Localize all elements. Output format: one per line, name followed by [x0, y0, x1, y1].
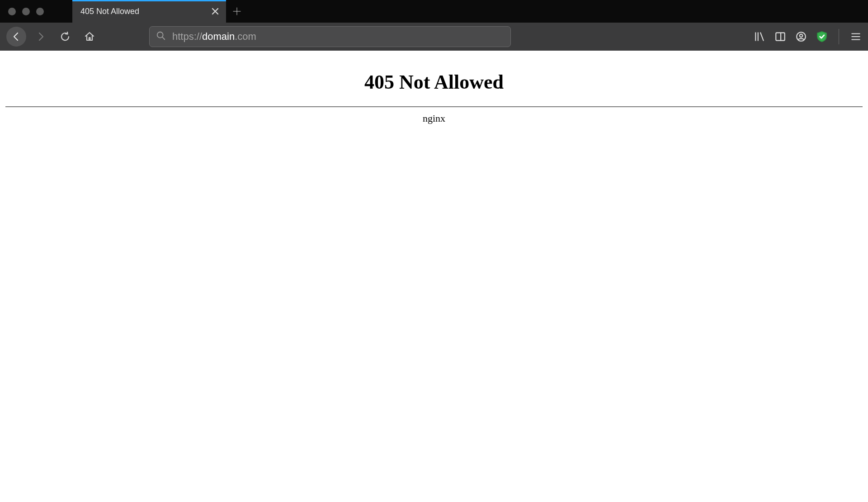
window-minimize-dot[interactable]	[22, 8, 30, 15]
reload-button[interactable]	[55, 27, 75, 47]
svg-point-4	[800, 34, 803, 38]
toolbar-right	[754, 29, 862, 44]
library-icon[interactable]	[754, 31, 765, 43]
address-bar[interactable]: https://domain.com	[149, 26, 511, 47]
browser-tab[interactable]: 405 Not Allowed	[72, 0, 226, 23]
toolbar-divider	[839, 29, 839, 44]
account-icon[interactable]	[795, 31, 807, 43]
url-protocol: https://	[172, 31, 202, 42]
window-close-dot[interactable]	[8, 8, 16, 15]
window-controls	[0, 0, 72, 23]
new-tab-button[interactable]	[226, 0, 248, 23]
menu-icon[interactable]	[850, 31, 862, 43]
home-button[interactable]	[80, 27, 99, 47]
search-icon	[156, 31, 166, 43]
server-name: nginx	[5, 113, 863, 124]
tab-title: 405 Not Allowed	[80, 7, 206, 16]
forward-button[interactable]	[31, 27, 51, 47]
divider	[5, 106, 863, 107]
window-maximize-dot[interactable]	[36, 8, 44, 15]
close-icon[interactable]	[212, 8, 219, 15]
browser-chrome: 405 Not Allowed https://domai	[0, 0, 868, 51]
url-tld: .com	[235, 31, 256, 42]
svg-rect-0	[89, 38, 90, 40]
url-text: https://domain.com	[172, 31, 256, 43]
url-host: domain	[202, 31, 235, 42]
toolbar: https://domain.com	[0, 23, 868, 51]
shield-icon[interactable]	[816, 31, 828, 43]
page-content: 405 Not Allowed nginx	[0, 51, 868, 502]
sidebar-icon[interactable]	[774, 31, 786, 43]
back-button[interactable]	[6, 27, 26, 47]
error-heading: 405 Not Allowed	[5, 71, 863, 94]
tab-strip: 405 Not Allowed	[0, 0, 868, 23]
